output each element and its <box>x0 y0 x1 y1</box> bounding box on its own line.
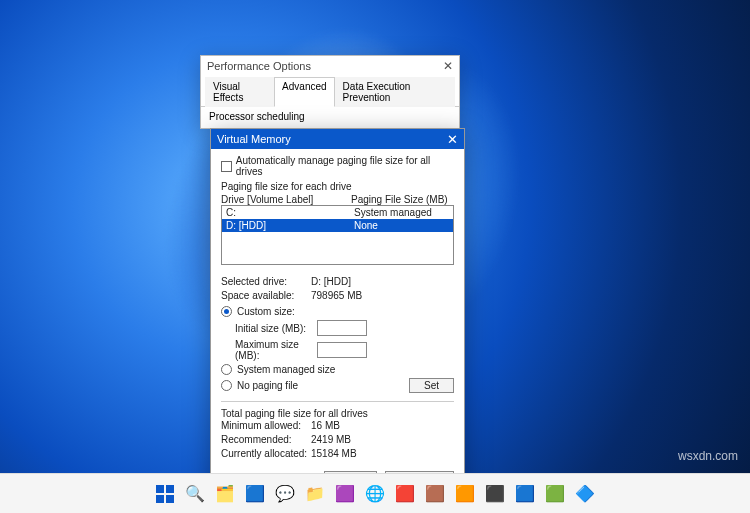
vm-titlebar[interactable]: Virtual Memory ✕ <box>211 129 464 149</box>
vm-title: Virtual Memory <box>217 133 291 145</box>
drive-size: None <box>354 220 378 231</box>
tab-dep[interactable]: Data Execution Prevention <box>335 77 455 107</box>
set-button[interactable]: Set <box>409 378 454 393</box>
initial-size-label: Initial size (MB): <box>221 323 311 334</box>
currently-allocated-label: Currently allocated: <box>221 447 311 461</box>
perf-tabs: Visual Effects Advanced Data Execution P… <box>201 76 459 107</box>
maximum-size-label: Maximum size (MB): <box>221 339 311 361</box>
no-paging-label: No paging file <box>237 380 298 391</box>
virtual-memory-dialog: Virtual Memory ✕ Automatically manage pa… <box>210 128 465 499</box>
drive-label: C: <box>226 207 354 218</box>
explorer-icon[interactable]: 📁 <box>303 482 327 506</box>
svg-rect-2 <box>156 495 164 503</box>
pinned-app-icon[interactable]: ⬛ <box>483 482 507 506</box>
pinned-app-icon[interactable]: 🟩 <box>543 482 567 506</box>
drive-row-c[interactable]: C: System managed <box>222 206 453 219</box>
size-col-header: Paging File Size (MB) <box>351 194 448 205</box>
performance-options-window: Performance Options ✕ Visual Effects Adv… <box>200 55 460 129</box>
no-paging-radio[interactable] <box>221 380 232 391</box>
initial-size-input[interactable] <box>317 320 367 336</box>
system-managed-radio[interactable] <box>221 364 232 375</box>
edge-icon[interactable]: 🌐 <box>363 482 387 506</box>
svg-rect-0 <box>156 485 164 493</box>
auto-manage-label: Automatically manage paging file size fo… <box>236 155 454 177</box>
close-icon[interactable]: ✕ <box>447 132 458 147</box>
pinned-app-icon[interactable]: 🟪 <box>333 482 357 506</box>
custom-size-label: Custom size: <box>237 306 295 317</box>
performance-options-title: Performance Options <box>207 60 311 72</box>
watermark: wsxdn.com <box>678 449 738 463</box>
auto-manage-checkbox[interactable] <box>221 161 232 172</box>
performance-options-titlebar[interactable]: Performance Options ✕ <box>201 56 459 76</box>
task-view-icon[interactable]: 🗂️ <box>213 482 237 506</box>
svg-rect-1 <box>166 485 174 493</box>
recommended-value: 2419 MB <box>311 433 351 447</box>
drive-col-header: Drive [Volume Label] <box>221 194 351 205</box>
minimum-allowed-label: Minimum allowed: <box>221 419 311 433</box>
drive-label: D: [HDD] <box>226 220 354 231</box>
chat-icon[interactable]: 💬 <box>273 482 297 506</box>
pinned-app-icon[interactable]: 🟦 <box>513 482 537 506</box>
drive-row-d[interactable]: D: [HDD] None <box>222 219 453 232</box>
space-available-value: 798965 MB <box>311 289 362 303</box>
selected-drive-value: D: [HDD] <box>311 275 351 289</box>
svg-rect-3 <box>166 495 174 503</box>
search-icon[interactable]: 🔍 <box>183 482 207 506</box>
paging-group-label: Paging file size for each drive <box>221 181 454 192</box>
currently-allocated-value: 15184 MB <box>311 447 357 461</box>
widgets-icon[interactable]: 🟦 <box>243 482 267 506</box>
drive-list[interactable]: C: System managed D: [HDD] None <box>221 205 454 265</box>
tab-visual-effects[interactable]: Visual Effects <box>205 77 274 107</box>
processor-scheduling-label: Processor scheduling <box>201 107 459 126</box>
space-available-label: Space available: <box>221 289 311 303</box>
selected-drive-label: Selected drive: <box>221 275 311 289</box>
pinned-app-icon[interactable]: 🔷 <box>573 482 597 506</box>
start-icon[interactable] <box>153 482 177 506</box>
pinned-app-icon[interactable]: 🟧 <box>453 482 477 506</box>
close-icon[interactable]: ✕ <box>443 59 453 73</box>
maximum-size-input[interactable] <box>317 342 367 358</box>
custom-size-radio[interactable] <box>221 306 232 317</box>
recommended-label: Recommended: <box>221 433 311 447</box>
minimum-allowed-value: 16 MB <box>311 419 340 433</box>
totals-label: Total paging file size for all drives <box>221 408 454 419</box>
tab-advanced[interactable]: Advanced <box>274 77 334 107</box>
pinned-app-icon[interactable]: 🟥 <box>393 482 417 506</box>
pinned-app-icon[interactable]: 🟫 <box>423 482 447 506</box>
drive-size: System managed <box>354 207 432 218</box>
system-managed-label: System managed size <box>237 364 335 375</box>
taskbar: 🔍 🗂️ 🟦 💬 📁 🟪 🌐 🟥 🟫 🟧 ⬛ 🟦 🟩 🔷 <box>0 473 750 513</box>
